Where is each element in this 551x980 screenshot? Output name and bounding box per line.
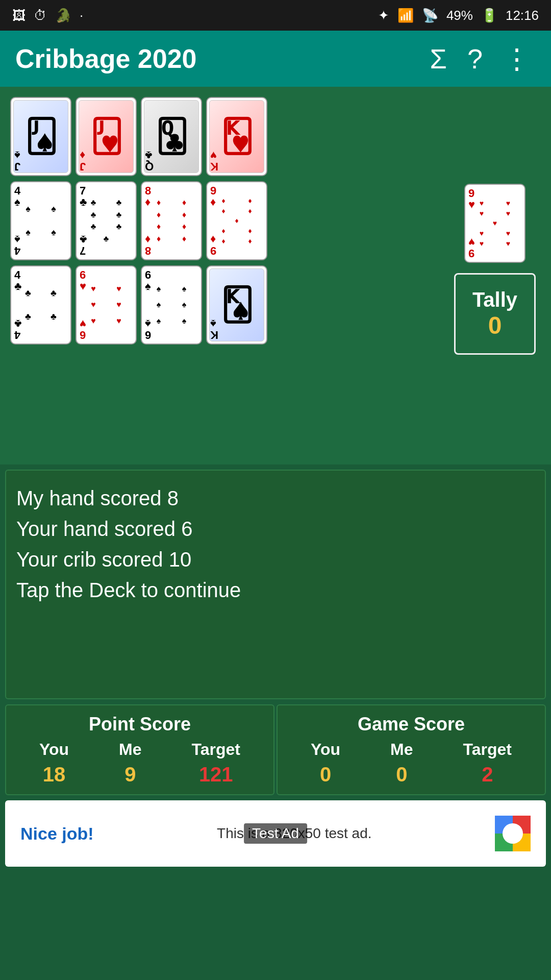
sigma-button[interactable]: Σ — [425, 38, 452, 80]
app-title: Cribbage 2020 — [15, 43, 415, 74]
cut-card-9h[interactable]: 9♥ ♥♥ ♥♥ ♥ ♥♥ ♥♥ 9♥ — [464, 184, 525, 263]
battery-text: 49% — [446, 8, 473, 23]
app-icon: 🐊 — [55, 8, 71, 23]
game-you-header: You — [311, 740, 340, 759]
game-me-header: Me — [390, 740, 413, 759]
point-score-title: Point Score — [14, 714, 265, 735]
message-line-3: Your crib scored 10 — [16, 544, 535, 575]
right-panel: 9♥ ♥♥ ♥♥ ♥ ♥♥ ♥♥ 9♥ Tally 0 — [454, 97, 536, 355]
message-line-4: Tap the Deck to continue — [16, 575, 535, 605]
bluetooth-icon: ✦ — [378, 8, 389, 23]
point-you-value: 18 — [43, 763, 66, 786]
game-score-panel: Game Score You 0 Me 0 Target 2 — [277, 704, 546, 795]
point-score-row: You 18 Me 9 Target 121 — [14, 740, 265, 786]
card-qc[interactable]: Q♣ 🃝 Q♣ — [141, 97, 202, 176]
game-area: J♠ 🂫 J♠ J♦ 🂻 J♦ Q♣ 🃝 Q♣ — [0, 87, 551, 464]
ad-banner: Nice job! This is a 320x50 test ad. Test… — [5, 800, 546, 867]
point-me-value: 9 — [124, 763, 136, 786]
point-me-col: Me 9 — [119, 740, 141, 786]
game-target-header: Target — [463, 740, 512, 759]
game-target-col: Target 2 — [463, 740, 512, 786]
message-area: My hand scored 8 Your hand scored 6 Your… — [5, 470, 546, 699]
point-me-header: Me — [119, 740, 141, 759]
status-bar: 🖼 ⏱ 🐊 · ✦ 📶 📡 49% 🔋 12:16 — [0, 0, 551, 31]
game-you-value: 0 — [320, 763, 331, 786]
tally-label: Tally — [472, 288, 517, 311]
status-left-icons: 🖼 ⏱ 🐊 · — [12, 8, 83, 23]
score-panels: Point Score You 18 Me 9 Target 121 Game … — [5, 704, 546, 795]
point-you-header: You — [39, 740, 69, 759]
point-target-col: Target 121 — [192, 740, 240, 786]
card-9d[interactable]: 9♦ ♦♦ ♦♦ ♦ ♦♦ ♦♦ 9♦ — [206, 181, 267, 260]
point-target-value: 121 — [199, 763, 233, 786]
card-row-2: 4♠ ♠♠ ♠♠ 4♠ 7♣ ♣♣ ♣♣ ♣♣ ♣ 7♣ 8 — [10, 181, 276, 260]
point-target-header: Target — [192, 740, 240, 759]
game-score-row: You 0 Me 0 Target 2 — [286, 740, 537, 786]
time-display: 12:16 — [506, 8, 539, 23]
ad-label: Test Ad — [244, 823, 307, 844]
card-ks[interactable]: K♠ 🂮 K♠ — [206, 265, 267, 345]
card-7c[interactable]: 7♣ ♣♣ ♣♣ ♣♣ ♣ 7♣ — [76, 181, 137, 260]
card-row-1: J♠ 🂫 J♠ J♦ 🂻 J♦ Q♣ 🃝 Q♣ — [10, 97, 276, 176]
status-right-icons: ✦ 📶 📡 49% 🔋 12:16 — [378, 8, 539, 23]
card-kh[interactable]: K♥ 🂾 K♥ — [206, 97, 267, 176]
game-target-value: 2 — [482, 763, 493, 786]
game-me-col: Me 0 — [390, 740, 413, 786]
gallery-icon: 🖼 — [12, 8, 26, 23]
message-line-1: My hand scored 8 — [16, 483, 535, 513]
card-6h[interactable]: 6♥ ♥♥ ♥♥ ♥♥ 6♥ — [76, 265, 137, 345]
card-4s[interactable]: 4♠ ♠♠ ♠♠ 4♠ — [10, 181, 71, 260]
card-rows: J♠ 🂫 J♠ J♦ 🂻 J♦ Q♣ 🃝 Q♣ — [10, 97, 276, 345]
tally-box: Tally 0 — [454, 273, 536, 355]
card-js[interactable]: J♠ 🂫 J♠ — [10, 97, 71, 176]
card-jd[interactable]: J♦ 🂻 J♦ — [76, 97, 137, 176]
ad-logo-icon — [495, 816, 531, 851]
card-4c[interactable]: 4♣ ♣♣ ♣♣ 4♣ — [10, 265, 71, 345]
message-line-2: Your hand scored 6 — [16, 513, 535, 544]
card-row-3: 4♣ ♣♣ ♣♣ 4♣ 6♥ ♥♥ ♥♥ ♥♥ 6♥ 6♠ — [10, 265, 276, 345]
card-8d[interactable]: 8♦ ♦♦ ♦♦ ♦♦ ♦♦ 8♦ — [141, 181, 202, 260]
game-you-col: You 0 — [311, 740, 340, 786]
dot-indicator: · — [80, 8, 83, 23]
wifi-icon: 📶 — [397, 8, 414, 23]
menu-button[interactable]: ⋮ — [498, 38, 536, 80]
battery-icon: 🔋 — [481, 8, 497, 23]
signal-icon: 📡 — [422, 8, 438, 23]
app-bar: Cribbage 2020 Σ ? ⋮ — [0, 31, 551, 87]
point-you-col: You 18 — [39, 740, 69, 786]
tally-value: 0 — [488, 311, 502, 339]
ad-nice-job: Nice job! — [20, 824, 94, 844]
help-button[interactable]: ? — [462, 38, 488, 80]
card-6s[interactable]: 6♠ ♠♠ ♠♠ ♠♠ 6♠ — [141, 265, 202, 345]
timer-icon: ⏱ — [34, 8, 47, 23]
game-score-title: Game Score — [286, 714, 537, 735]
game-me-value: 0 — [396, 763, 407, 786]
point-score-panel: Point Score You 18 Me 9 Target 121 — [5, 704, 274, 795]
